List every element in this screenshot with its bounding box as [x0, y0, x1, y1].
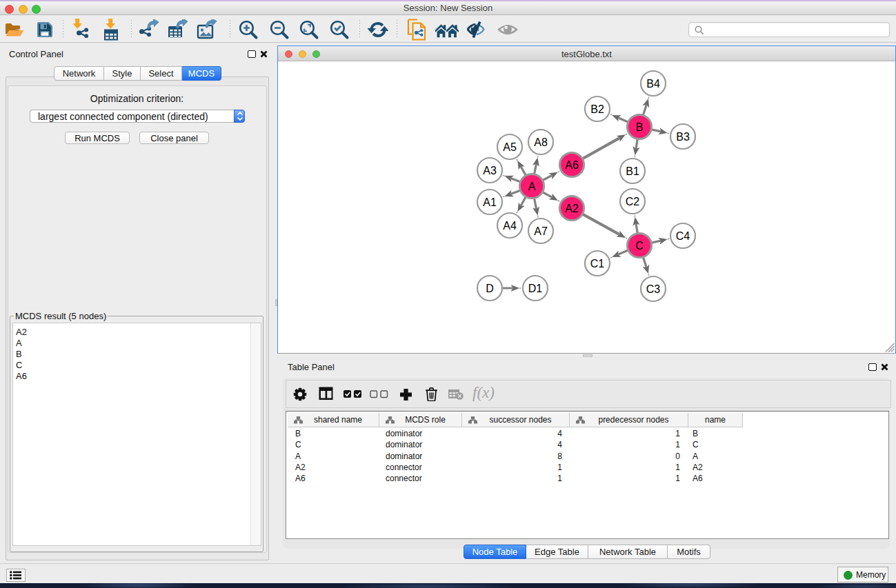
- svg-text:A1: A1: [483, 196, 497, 208]
- svg-text:C: C: [635, 240, 644, 252]
- svg-text:D1: D1: [528, 283, 543, 294]
- svg-text:B1: B1: [626, 165, 639, 177]
- svg-text:A8: A8: [534, 136, 548, 148]
- svg-text:A4: A4: [503, 220, 517, 232]
- svg-text:C4: C4: [676, 230, 690, 242]
- svg-text:C1: C1: [590, 258, 605, 270]
- svg-text:C3: C3: [646, 283, 661, 295]
- svg-text:B2: B2: [590, 103, 604, 115]
- svg-text:B3: B3: [676, 131, 690, 143]
- svg-text:C2: C2: [626, 196, 640, 207]
- svg-text:A3: A3: [483, 165, 497, 176]
- svg-text:B: B: [636, 121, 644, 133]
- svg-text:A5: A5: [503, 141, 517, 153]
- svg-text:A6: A6: [565, 159, 579, 171]
- svg-text:A2: A2: [565, 203, 579, 214]
- svg-text:B4: B4: [646, 78, 660, 90]
- svg-text:A: A: [528, 181, 536, 192]
- svg-text:D: D: [486, 283, 494, 294]
- svg-text:A7: A7: [534, 225, 548, 237]
